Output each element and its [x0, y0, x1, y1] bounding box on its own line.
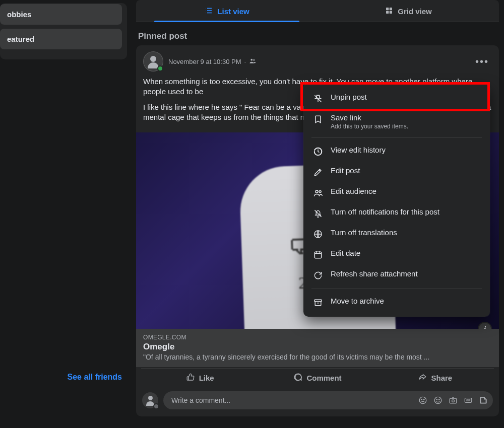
- avatar-switcher-icon: [153, 403, 159, 409]
- svg-point-19: [452, 400, 455, 402]
- archive-icon: [312, 297, 324, 308]
- post-author-avatar[interactable]: [143, 51, 163, 72]
- globe-icon: [312, 229, 324, 240]
- audience-icon: [312, 187, 324, 198]
- menu-label: Move to archive: [331, 297, 384, 305]
- current-user-avatar[interactable]: [142, 392, 158, 408]
- info-icon[interactable]: i: [478, 322, 492, 329]
- menu-label: Turn off translations: [331, 228, 397, 237]
- menu-label: Refresh share attachment: [331, 269, 418, 278]
- menu-unpin-post[interactable]: Unpin post: [307, 88, 486, 109]
- bookmark-icon: [312, 114, 324, 125]
- svg-point-17: [439, 399, 440, 400]
- svg-rect-6: [386, 8, 389, 10]
- tab-list-view[interactable]: List view: [136, 0, 318, 22]
- svg-point-14: [424, 399, 425, 400]
- comment-input-wrap: GIF: [163, 391, 493, 409]
- calendar-icon: [312, 249, 324, 260]
- like-icon: [186, 373, 195, 383]
- svg-point-16: [436, 399, 437, 400]
- menu-edit-audience[interactable]: Edit audience: [307, 182, 486, 203]
- sidebar-card: obbies eatured: [0, 3, 127, 59]
- svg-point-13: [421, 399, 422, 400]
- link-preview-description: "Of all tyrannies, a tyranny sincerely e…: [143, 353, 492, 361]
- camera-icon[interactable]: [448, 395, 459, 406]
- menu-save-link[interactable]: Save link Add this to your saved items.: [307, 109, 486, 134]
- svg-point-25: [316, 190, 318, 193]
- post-meta: November 9 at 10:30 PM ·: [168, 57, 256, 66]
- comment-button[interactable]: Comment: [259, 369, 376, 387]
- tab-grid-view[interactable]: Grid view: [318, 0, 499, 22]
- comment-composer-row: GIF: [136, 387, 499, 416]
- svg-point-10: [251, 58, 253, 60]
- like-button[interactable]: Like: [141, 369, 259, 387]
- post-header: November 9 at 10:30 PM · •••: [136, 45, 499, 75]
- unpin-icon: [312, 93, 324, 104]
- sidebar: obbies eatured See all friends: [0, 0, 131, 428]
- comment-input[interactable]: [167, 392, 417, 408]
- svg-text:GIF: GIF: [466, 399, 471, 402]
- link-preview-card[interactable]: OMEGLE.COM Omegle "Of all tyrannies, a t…: [136, 329, 499, 367]
- grid-icon: [385, 6, 394, 17]
- menu-edit-post[interactable]: Edit post: [307, 162, 486, 182]
- list-icon: [204, 6, 213, 17]
- menu-edit-date[interactable]: Edit date: [307, 244, 486, 265]
- svg-point-26: [319, 191, 321, 193]
- gif-icon[interactable]: GIF: [463, 395, 474, 406]
- menu-turn-off-notifications[interactable]: Turn off notifications for this post: [307, 203, 486, 224]
- menu-turn-off-translations[interactable]: Turn off translations: [307, 224, 486, 244]
- presence-online-icon: [157, 65, 163, 72]
- svg-rect-9: [390, 11, 392, 14]
- pencil-icon: [312, 167, 324, 178]
- menu-move-to-archive[interactable]: Move to archive: [307, 292, 486, 313]
- share-button[interactable]: Share: [376, 369, 494, 387]
- menu-label: Edit audience: [331, 187, 376, 195]
- menu-view-edit-history[interactable]: View edit history: [307, 141, 486, 162]
- sidebar-item-featured[interactable]: eatured: [0, 29, 122, 49]
- comment-icon: [293, 373, 302, 383]
- menu-label: Turn off notifications for this post: [331, 207, 439, 216]
- svg-rect-8: [386, 11, 389, 14]
- sidebar-item-hobbies[interactable]: obbies: [0, 4, 122, 25]
- post-options-button[interactable]: •••: [472, 54, 492, 69]
- share-label: Share: [431, 374, 452, 382]
- menu-label: Edit date: [331, 249, 360, 257]
- menu-label: Edit post: [331, 166, 360, 175]
- bell-off-icon: [312, 208, 324, 219]
- menu-label: View edit history: [331, 146, 386, 154]
- svg-rect-35: [314, 300, 322, 301]
- link-preview-domain: OMEGLE.COM: [143, 334, 492, 341]
- svg-point-12: [419, 397, 426, 404]
- view-tabs: List view Grid view: [136, 0, 499, 22]
- dot-separator: ·: [244, 58, 246, 65]
- refresh-icon: [312, 270, 324, 281]
- svg-point-15: [434, 397, 442, 404]
- menu-separator: [311, 289, 482, 289]
- svg-rect-18: [450, 398, 457, 403]
- history-icon: [312, 146, 324, 157]
- avatar-sticker-icon[interactable]: [417, 395, 428, 406]
- emoji-icon[interactable]: [432, 395, 444, 406]
- post-action-row: Like Comment Share: [141, 368, 494, 387]
- menu-refresh-share-attachment[interactable]: Refresh share attachment: [307, 265, 486, 286]
- menu-sublabel: Add this to your saved items.: [331, 123, 408, 130]
- like-label: Like: [199, 374, 214, 382]
- menu-label: Save link: [331, 113, 408, 122]
- see-all-friends-link[interactable]: See all friends: [68, 373, 122, 382]
- post-timestamp[interactable]: November 9 at 10:30 PM: [168, 58, 241, 65]
- svg-rect-7: [390, 8, 392, 10]
- share-icon: [418, 373, 427, 383]
- audience-friends-icon[interactable]: [249, 57, 256, 66]
- svg-rect-29: [314, 252, 321, 258]
- svg-line-27: [314, 210, 321, 217]
- svg-point-11: [254, 59, 255, 60]
- section-title: Pinned post: [138, 31, 497, 41]
- link-preview-title: Omegle: [143, 342, 492, 352]
- tab-label: List view: [217, 7, 249, 16]
- menu-label: Unpin post: [331, 93, 367, 101]
- menu-separator: [311, 137, 482, 138]
- sticker-icon[interactable]: [478, 395, 489, 406]
- post-context-menu: Unpin post Save link Add this to your sa…: [303, 84, 490, 317]
- comment-label: Comment: [306, 374, 341, 382]
- tab-label: Grid view: [398, 7, 432, 16]
